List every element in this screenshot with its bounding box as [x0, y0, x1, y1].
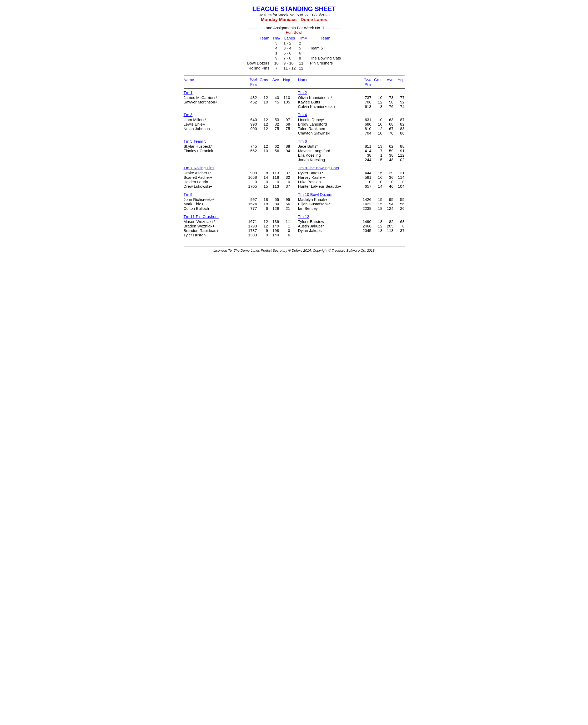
lane-header: ----------- Lane Assignments For Week No…	[184, 25, 405, 30]
stat-gms: 12	[257, 126, 268, 131]
stat-ave: 63	[382, 117, 394, 122]
col-tm2-header: Tm#	[297, 36, 308, 41]
player-name: Tyler+ Barstow	[298, 219, 358, 224]
stat-ave: 84	[268, 202, 279, 206]
table-row: Jace Butts* 811 13 62 88	[298, 144, 405, 148]
lane-tm2-4: 11	[297, 61, 308, 65]
stat-gms: 9	[257, 228, 268, 233]
stat-ave: 76	[382, 104, 394, 109]
player-name: Ella Koesling	[298, 153, 358, 157]
lane-lanes-3: 7 - 8	[282, 56, 297, 61]
stat-ave: 129	[268, 206, 279, 210]
stat-gms: 14	[257, 175, 268, 180]
stat-ave: 113	[268, 184, 279, 188]
team-block-left-0: Tm 1 James McCarrier+* 482 12 40 110 Saw…	[184, 90, 290, 109]
table-row: Colton Bulloch 777 6 129 21	[184, 206, 290, 210]
stat-gms: 10	[257, 100, 268, 104]
stat-pins: 613	[358, 104, 372, 109]
table-row: Tyler Huston 1303 9 144 6	[184, 233, 290, 237]
stat-ave: 38	[382, 153, 394, 157]
stat-gms: 12	[372, 126, 382, 131]
stat-pins: 1793	[244, 224, 257, 228]
stat-gms: 15	[257, 184, 268, 188]
player-name: James McCarrier+*	[184, 95, 244, 100]
stat-hcp: 0	[394, 180, 405, 184]
player-name: Brandon Rabideau+	[184, 228, 244, 233]
left-stats-headers-2: Pins	[236, 82, 290, 86]
table-row: Harvey Kaster+ 581 16 36 114	[298, 175, 405, 180]
stat-hcp: 37	[279, 184, 290, 188]
stat-hcp: 83	[394, 126, 405, 131]
team-name: Tm 8 The Bowling Cats	[298, 166, 405, 170]
stat-ave: 73	[382, 95, 394, 100]
table-row: Luke Bastien+ 0 0 0 0	[298, 180, 405, 184]
right-total-label: Total	[351, 77, 372, 82]
list-item: 3 1 - 2 2	[246, 41, 342, 45]
stat-gms: 9	[257, 233, 268, 237]
lane-lanes-2: 5 - 6	[282, 51, 297, 56]
player-stats: 900 12 75 75	[244, 126, 290, 131]
table-row: Madelyn Knaak+ 1426 15 95 55	[298, 197, 405, 202]
stat-pins: 1524	[244, 202, 257, 206]
table-row: Jonah Koesling 244 5 48 102	[298, 157, 405, 162]
left-ave-header-2	[268, 82, 279, 86]
stat-hcp: 6	[279, 233, 290, 237]
stat-gms: 15	[372, 202, 382, 206]
stat-hcp: 87	[394, 117, 405, 122]
player-stats: 1793 12 149 1	[244, 224, 290, 228]
lane-lanes-4: 9 - 10	[282, 61, 297, 65]
table-row: Nolan Johnson 900 12 75 75	[184, 126, 290, 131]
stat-ave: 113	[268, 170, 279, 175]
table-row: Ian Bentley 2238 18 124 26	[298, 206, 405, 210]
stat-gms: 18	[257, 197, 268, 202]
player-stats: 997 18 55 95	[244, 197, 290, 202]
player-stats: 0 0 0 0	[244, 180, 290, 184]
team-name: Tm 5 Team 5	[184, 139, 290, 143]
player-stats: 414 7 59 91	[358, 148, 405, 153]
right-ave-header: Ave	[382, 77, 394, 82]
stat-gms: 10	[372, 95, 382, 100]
table-row: Sawyer Mortinson+ 452 10 45 105	[184, 100, 290, 104]
table-row: Mark Ehle+ 1524 18 84 66	[184, 202, 290, 206]
stat-hcp: 0	[394, 224, 405, 228]
player-name: Chayton Slawinski	[298, 131, 358, 135]
stat-hcp: 80	[394, 131, 405, 135]
stat-pins: 1303	[244, 233, 257, 237]
lane-lanes-1: 3 - 4	[282, 45, 297, 51]
table-row: Hunter LaFleur Beaudo+ 657 14 46 104	[298, 184, 405, 188]
team-block-left-4: Tm 9 John Richcreek+* 997 18 55 95 Mark …	[184, 192, 290, 210]
player-name: John Richcreek+*	[184, 197, 244, 202]
stat-ave: 62	[382, 144, 394, 148]
lane-team1-5: Rolling Pins	[246, 65, 271, 71]
player-name: Talen Rankinen	[298, 126, 358, 131]
lane-team2-0	[308, 41, 342, 45]
stat-ave: 94	[382, 202, 394, 206]
table-row: Drake Ascher+* 909 8 113 37	[184, 170, 290, 175]
lane-tm2-2: 6	[297, 51, 308, 56]
stat-pins: 1671	[244, 219, 257, 224]
team-block-left-3: Tm 7 Rolling Pins Drake Ascher+* 909 8 1…	[184, 166, 290, 188]
table-row: Braden Wozniak+ 1793 12 149 1	[184, 224, 290, 228]
stat-hcp: 112	[394, 153, 405, 157]
player-stats: 244 5 48 102	[358, 157, 405, 162]
lane-team2-2	[308, 51, 342, 56]
stat-pins: 704	[358, 131, 372, 135]
stat-hcp: 104	[394, 184, 405, 188]
team-name: Tm 12	[298, 214, 405, 219]
stat-ave: 82	[268, 122, 279, 126]
stat-ave: 118	[268, 175, 279, 180]
stat-hcp: 0	[279, 180, 290, 184]
player-stats: 2045 18 113 37	[358, 228, 405, 233]
player-stats: 680 10 68 82	[358, 122, 405, 126]
right-gms-header-2	[372, 82, 382, 86]
stat-gms: 1	[372, 153, 382, 157]
stat-pins: 414	[358, 148, 372, 153]
table-row: Mavrick Langsford 414 7 59 91	[298, 148, 405, 153]
stat-gms: 13	[372, 144, 382, 148]
team-block-left-1: Tm 3 Liam Miller+* 640 12 53 97 Lewis Eh…	[184, 113, 290, 135]
right-ave-header-2	[382, 82, 394, 86]
table-row: Chayton Slawinski 704 10 70 80	[298, 131, 405, 135]
team-name: Tm 9	[184, 192, 290, 197]
team-block-right-4: Tm 10 Bowl Dozers Madelyn Knaak+ 1426 15…	[298, 192, 405, 210]
player-stats: 0 0 0 0	[358, 180, 405, 184]
